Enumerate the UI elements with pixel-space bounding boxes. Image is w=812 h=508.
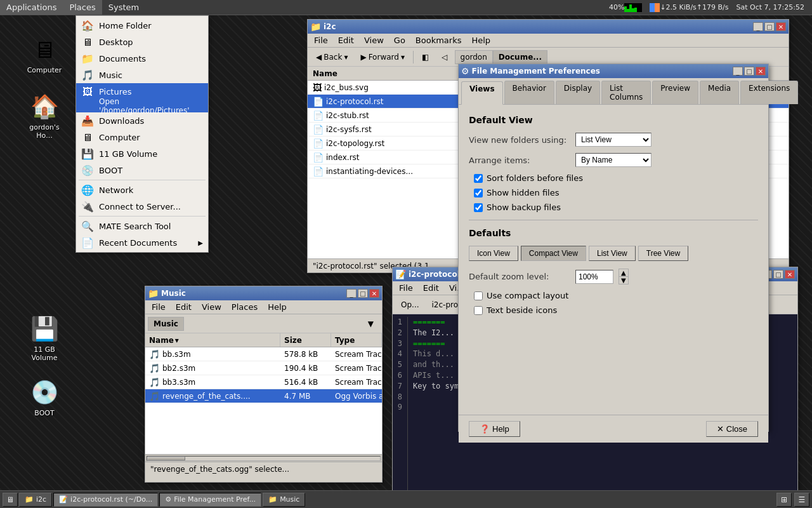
music-file-row[interactable]: 🎵 revenge_of_the_cats.... 4.7 MB Ogg Vor…	[145, 389, 382, 403]
sort-folders-checkbox[interactable]	[474, 174, 483, 183]
menu-boot[interactable]: 💿 BOOT	[76, 162, 208, 178]
zoom-up-btn[interactable]: ▲	[619, 269, 628, 277]
breadcrumb-documents[interactable]: Docume...	[493, 50, 547, 64]
prefs-maximize-btn[interactable]: □	[744, 67, 754, 76]
scrollbar-thumb[interactable]	[147, 457, 185, 460]
fm-menu-view[interactable]: View	[359, 34, 389, 46]
taskbar-desktop-btn[interactable]: 🖥	[3, 493, 18, 507]
tab-views[interactable]: Views	[461, 81, 503, 105]
fm-back-btn[interactable]: ◀ Back ▾	[310, 50, 353, 65]
music-menu-places[interactable]: Places	[226, 301, 263, 313]
prefs-close-btn[interactable]: ✕	[756, 67, 766, 76]
music-menu-file[interactable]: File	[147, 301, 171, 313]
fm-menu-go[interactable]: Go	[389, 34, 410, 46]
editor-close-btn[interactable]: ✕	[785, 270, 795, 279]
prefs-help-btn[interactable]: ❓ Help	[469, 421, 520, 437]
prefs-close-btn[interactable]: ✕ Close	[706, 421, 758, 437]
desktop-icon-computer[interactable]: 🖥 Computer	[19, 32, 70, 77]
show-hidden-label[interactable]: Show hidden files	[487, 188, 560, 197]
zoom-input[interactable]	[575, 270, 613, 284]
taskbar-task-i2c[interactable]: 📁 i2c	[19, 493, 52, 507]
breadcrumb-gordon[interactable]: gordon	[455, 50, 493, 64]
menu-home-folder[interactable]: 🏠 Home Folder	[76, 17, 208, 34]
taskbar-task-protocol[interactable]: 📝 i2c-protocol.rst (~∕Do...	[53, 493, 158, 507]
list-view-btn[interactable]: List View	[589, 246, 636, 261]
zoom-spinner[interactable]: ▲ ▼	[619, 269, 629, 284]
menu-mate-search[interactable]: 🔍 MATE Search Tool	[76, 218, 208, 234]
show-backup-label[interactable]: Show backup files	[487, 203, 561, 212]
editor-menu-edit[interactable]: Edit	[418, 282, 444, 294]
tab-extensions[interactable]: Extensions	[740, 81, 798, 104]
fm-menu-edit[interactable]: Edit	[333, 34, 359, 46]
music-menu-edit[interactable]: Edit	[171, 301, 197, 313]
music-file-row[interactable]: 🎵 bb.s3m 578.8 kB Scream Tracke	[145, 347, 382, 361]
fm-toggle-btn[interactable]: ◧	[416, 50, 435, 65]
show-hidden-checkbox[interactable]	[474, 189, 483, 197]
menu-places[interactable]: Places	[63, 0, 102, 15]
menu-documents[interactable]: 📁 Documents	[76, 50, 208, 67]
taskbar-grid-btn[interactable]: ⊞	[776, 493, 792, 507]
music-scrollbar[interactable]	[145, 454, 382, 462]
tab-media[interactable]: Media	[700, 81, 739, 104]
tab-preview[interactable]: Preview	[652, 81, 698, 104]
music-location-icon[interactable]: ▼	[362, 316, 379, 331]
desktop-icon-boot[interactable]: 💿 BOOT	[19, 375, 70, 420]
music-col-size[interactable]: Size	[280, 333, 331, 347]
icon-view-btn[interactable]: Icon View	[469, 246, 518, 261]
menu-music[interactable]: 🎵 Music	[76, 67, 208, 83]
menu-desktop[interactable]: 🖥 Desktop	[76, 34, 208, 50]
zoom-down-btn[interactable]: ▼	[619, 277, 628, 284]
fm-menu-file[interactable]: File	[309, 34, 333, 46]
menu-recent-docs[interactable]: 📄 Recent Documents ▶	[76, 234, 208, 251]
prefs-minimize-btn[interactable]: _	[733, 67, 743, 76]
arrange-items-select[interactable]: By Name	[575, 153, 652, 167]
fm-close-btn[interactable]: ✕	[776, 22, 786, 31]
fm-menu-bookmarks[interactable]: Bookmarks	[410, 34, 467, 46]
music-menu-view[interactable]: View	[197, 301, 226, 313]
menu-system[interactable]: System	[102, 0, 145, 15]
fm-maximize-btn[interactable]: □	[764, 22, 775, 31]
tab-behavior[interactable]: Behavior	[504, 81, 554, 104]
music-menu-help[interactable]: Help	[263, 301, 292, 313]
fm-nav-toggle[interactable]: ◁	[436, 50, 453, 65]
music-col-type[interactable]: Type	[331, 333, 382, 347]
desktop-icon-home[interactable]: 🏠 gordon's Ho...	[19, 89, 70, 142]
compact-view-btn[interactable]: Compact View	[521, 246, 586, 261]
music-file-row[interactable]: 🎵 bb3.s3m 516.4 kB Scream Tracke	[145, 375, 382, 389]
cpu-monitor: 40%	[606, 3, 645, 12]
music-col-name[interactable]: Name ▾	[145, 333, 280, 347]
fm-forward-btn[interactable]: ▶ Forward ▾	[355, 50, 410, 65]
music-file-name: 🎵 bb2.s3m	[145, 362, 280, 375]
compact-layout-label[interactable]: Use compact layout	[487, 291, 568, 300]
fm-menu-help[interactable]: Help	[466, 34, 495, 46]
music-maximize-btn[interactable]: □	[358, 289, 368, 298]
editor-maximize-btn[interactable]: □	[773, 270, 783, 279]
tree-view-btn[interactable]: Tree View	[638, 246, 688, 261]
music-file-list[interactable]: Name ▾ Size Type 🎵 bb.s3m 578.8 kB Screa…	[145, 333, 382, 454]
text-beside-icons-checkbox[interactable]	[474, 306, 483, 315]
taskbar-task-prefs[interactable]: ⚙ File Management Pref...	[159, 493, 261, 507]
menu-network[interactable]: 🌐 Network	[76, 182, 208, 198]
menu-11gb[interactable]: 💾 11 GB Volume	[76, 145, 208, 162]
scrollbar-track[interactable]	[147, 456, 381, 461]
sort-folders-label[interactable]: Sort folders before files	[487, 173, 583, 183]
view-new-folders-select[interactable]: List View	[575, 133, 652, 147]
taskbar-task-music[interactable]: 📁 Music	[263, 493, 305, 507]
music-minimize-btn[interactable]: _	[346, 289, 357, 298]
compact-layout-checkbox[interactable]	[474, 291, 483, 300]
editor-open-btn[interactable]: Op...	[395, 297, 425, 312]
desktop-icon-11gb[interactable]: 💾 11 GB Volume	[19, 311, 70, 364]
text-beside-icons-label[interactable]: Text beside icons	[487, 305, 557, 315]
tab-list-columns[interactable]: List Columns	[601, 81, 651, 104]
taskbar-list-btn[interactable]: ☰	[794, 493, 809, 507]
tab-display[interactable]: Display	[556, 81, 600, 104]
editor-menu-file[interactable]: File	[394, 282, 418, 294]
music-close-btn[interactable]: ✕	[369, 289, 379, 298]
menu-applications[interactable]: Applications	[0, 0, 63, 15]
fm-minimize-btn[interactable]: _	[753, 22, 763, 31]
music-breadcrumb-music[interactable]: Music	[148, 317, 184, 331]
menu-computer[interactable]: 🖥 Computer	[76, 129, 208, 145]
menu-connect[interactable]: 🔌 Connect to Server...	[76, 198, 208, 215]
music-file-row[interactable]: 🎵 bb2.s3m 190.4 kB Scream Tracke	[145, 361, 382, 375]
show-backup-checkbox[interactable]	[474, 203, 483, 212]
